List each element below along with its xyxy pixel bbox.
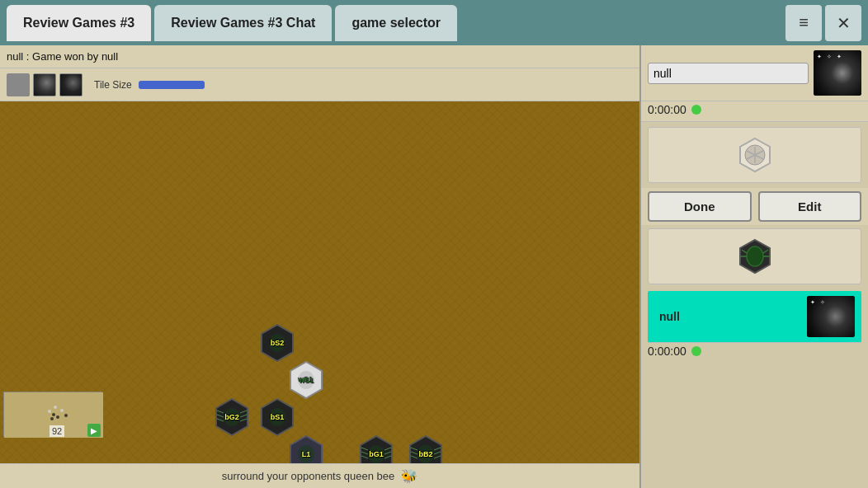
svg-point-32 [368,445,384,463]
piece-hex-1 [735,135,775,175]
piece-L1[interactable]: L1 [285,435,328,463]
svg-point-1 [298,371,314,389]
tab-review-games[interactable]: Review Games #3 [7,5,151,41]
piece-bB2[interactable]: bB2 [404,435,447,463]
svg-point-0 [269,334,285,352]
status-bar: null : Game won by null [0,45,639,68]
svg-point-75 [56,415,59,419]
board-canvas[interactable]: bS2wS1bG2bS1L1bB1wB2wG2bG1bB2bM1wQbL1wM1… [0,101,639,463]
svg-point-2 [224,408,240,426]
player2-name: null [654,307,802,326]
player2-avatar [807,296,855,337]
minimap-count: 92 [50,425,64,437]
player2-timer: 0:00:00 [648,345,686,358]
menu-button[interactable]: ≡ [785,5,822,41]
svg-point-77 [50,417,54,420]
tile-size-label: Tile Size [94,79,132,91]
player2-timer-dot [691,346,701,356]
next-arrow[interactable]: ▶ [87,424,101,437]
svg-point-86 [747,246,763,266]
done-button[interactable]: Done [648,191,752,222]
tile-size-slider[interactable] [139,81,205,89]
svg-point-39 [417,445,434,463]
svg-point-10 [298,445,314,463]
action-row: Done Edit [641,188,868,225]
piece-bS2[interactable]: bS2 [256,324,299,362]
svg-point-79 [54,406,57,409]
piece-bG1[interactable]: bG1 [355,435,398,463]
player1-timer-row: 0:00:00 [641,101,868,122]
piece-wS1[interactable]: wS1 [285,361,328,399]
svg-point-78 [64,414,68,417]
main-area: null : Game won by null Tile Size bS2wS1… [0,45,868,488]
piece-bG2[interactable]: bG2 [210,398,253,436]
piece-holder-1[interactable] [648,127,861,183]
player1-timer: 0:00:00 [648,103,686,116]
bottom-text: surround your opponents queen bee [222,470,395,482]
piece-hex-2 [735,237,775,276]
svg-point-9 [269,408,285,426]
tab-game-selector[interactable]: game selector [335,5,457,41]
status-text: null : Game won by null [7,50,118,63]
player1-timer-dot [691,105,701,115]
svg-point-76 [60,409,64,412]
svg-point-73 [52,413,55,416]
player-icon-1[interactable] [7,73,30,96]
player1-row [641,45,868,101]
player2-row: null [648,291,861,343]
svg-point-74 [48,410,51,413]
player-icon-2[interactable] [33,73,56,96]
bottom-bar: surround your opponents queen bee 🐝 [0,463,639,488]
player1-name-input[interactable] [648,63,809,84]
bee-icon: 🐝 [401,468,417,484]
piece-bS1[interactable]: bS1 [256,398,299,436]
player1-avatar [814,50,861,96]
tab-review-games-chat[interactable]: Review Games #3 Chat [154,5,332,41]
player-icon-3[interactable] [59,73,83,96]
board-area: null : Game won by null Tile Size bS2wS1… [0,45,639,488]
board-top-controls: Tile Size [0,68,639,101]
close-button[interactable]: ✕ [825,5,861,41]
edit-button[interactable]: Edit [758,191,862,222]
player2-timer-row: 0:00:00 [641,343,868,361]
piece-holder-2[interactable] [648,228,861,284]
right-panel: 0:00:00 Done Edit [639,45,868,488]
header: Review Games #3 Review Games #3 Chat gam… [0,0,868,45]
